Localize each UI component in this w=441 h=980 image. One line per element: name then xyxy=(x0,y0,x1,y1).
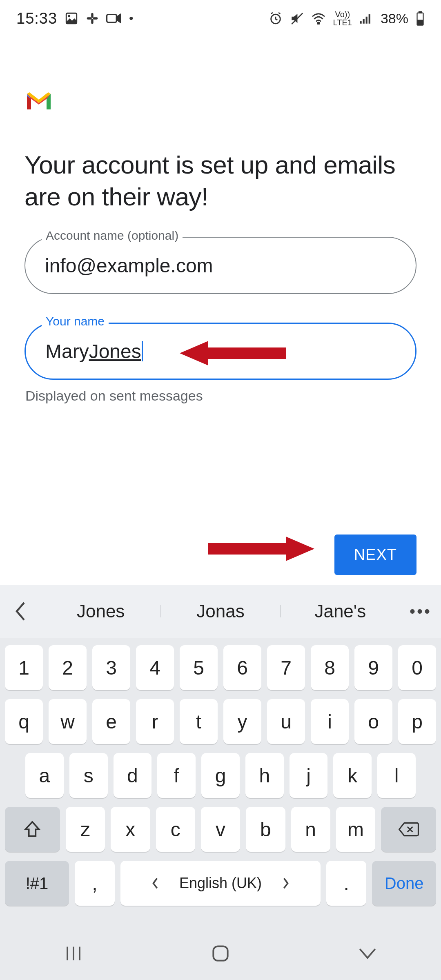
key-0[interactable]: 0 xyxy=(398,645,436,690)
svg-rect-15 xyxy=(419,12,421,13)
svg-rect-11 xyxy=(363,19,364,23)
key-r[interactable]: r xyxy=(136,699,174,744)
android-nav-bar xyxy=(0,927,441,980)
setup-screen: Your account is set up and emails are on… xyxy=(0,37,441,575)
svg-rect-2 xyxy=(91,13,93,18)
key-y[interactable]: y xyxy=(223,699,261,744)
key-m[interactable]: m xyxy=(336,807,375,852)
key-q[interactable]: q xyxy=(5,699,43,744)
suggestion-more-button[interactable]: ••• xyxy=(400,602,441,621)
key-w[interactable]: w xyxy=(49,699,87,744)
svg-rect-13 xyxy=(369,14,370,24)
suggestion-3[interactable]: Jane's xyxy=(281,601,400,621)
key-row-bottom: !#1 , English (UK) . Done xyxy=(5,861,436,906)
key-space[interactable]: English (UK) xyxy=(120,861,321,906)
key-shift[interactable] xyxy=(5,807,60,852)
key-k[interactable]: k xyxy=(333,753,372,798)
annotation-arrow-icon xyxy=(180,339,286,369)
text-cursor xyxy=(142,341,143,361)
key-l[interactable]: l xyxy=(377,753,416,798)
svg-rect-12 xyxy=(366,17,368,24)
key-u[interactable]: u xyxy=(267,699,305,744)
key-g[interactable]: g xyxy=(201,753,240,798)
key-o[interactable]: o xyxy=(354,699,392,744)
key-h[interactable]: h xyxy=(245,753,284,798)
key-a[interactable]: a xyxy=(25,753,64,798)
account-name-field-wrap: Account name (optional) xyxy=(24,237,416,294)
camera-icon xyxy=(106,12,122,24)
network-label: Vo)) LTE1 xyxy=(333,10,352,27)
clock: 15:33 xyxy=(16,10,57,27)
svg-rect-6 xyxy=(107,15,117,22)
svg-rect-16 xyxy=(418,20,423,25)
suggestion-2[interactable]: Jonas xyxy=(160,601,280,621)
mute-icon xyxy=(290,11,304,25)
key-n[interactable]: n xyxy=(291,807,330,852)
key-d[interactable]: d xyxy=(114,753,152,798)
key-4[interactable]: 4 xyxy=(136,645,174,690)
key-8[interactable]: 8 xyxy=(311,645,349,690)
nav-back-button[interactable] xyxy=(351,943,384,964)
dot-icon: • xyxy=(129,11,134,25)
key-symbols[interactable]: !#1 xyxy=(5,861,69,906)
svg-point-9 xyxy=(317,22,319,24)
key-c[interactable]: c xyxy=(156,807,195,852)
key-row-asdf: a s d f g h j k l xyxy=(5,753,436,798)
your-name-helper: Displayed on sent messages xyxy=(24,388,416,404)
suggestion-back-button[interactable] xyxy=(0,601,41,621)
slack-icon xyxy=(86,12,99,25)
svg-rect-4 xyxy=(87,17,92,19)
key-5[interactable]: 5 xyxy=(180,645,218,690)
account-name-input[interactable] xyxy=(24,237,416,294)
image-icon xyxy=(65,11,78,25)
key-6[interactable]: 6 xyxy=(223,645,261,690)
key-3[interactable]: 3 xyxy=(92,645,130,690)
gmail-logo-icon xyxy=(24,90,53,112)
battery-percent: 38% xyxy=(381,11,408,27)
key-2[interactable]: 2 xyxy=(49,645,87,690)
nav-home-button[interactable] xyxy=(204,943,237,964)
svg-rect-10 xyxy=(360,21,361,24)
suggestion-1[interactable]: Jones xyxy=(41,601,160,621)
key-x[interactable]: x xyxy=(111,807,150,852)
svg-point-1 xyxy=(68,15,71,18)
page-title: Your account is set up and emails are on… xyxy=(24,149,416,212)
alarm-icon xyxy=(269,11,283,25)
status-bar: 15:33 • Vo)) LTE1 38% xyxy=(0,0,441,37)
signal-icon xyxy=(359,12,373,24)
account-name-label: Account name (optional) xyxy=(42,229,183,243)
key-row-numbers: 1 2 3 4 5 6 7 8 9 0 xyxy=(5,645,436,690)
key-e[interactable]: e xyxy=(92,699,130,744)
annotation-arrow-icon xyxy=(208,535,314,565)
key-z[interactable]: z xyxy=(66,807,105,852)
your-name-field-wrap: Your name Mary Jones xyxy=(24,323,416,380)
key-row-qwerty: q w e r t y u i o p xyxy=(5,699,436,744)
wifi-icon xyxy=(311,12,326,24)
next-button[interactable]: NEXT xyxy=(334,535,416,575)
key-b[interactable]: b xyxy=(246,807,285,852)
key-t[interactable]: t xyxy=(180,699,218,744)
key-row-zxcv: z x c v b n m xyxy=(5,807,436,852)
key-j[interactable]: j xyxy=(290,753,328,798)
battery-icon xyxy=(416,11,425,26)
key-9[interactable]: 9 xyxy=(354,645,392,690)
key-i[interactable]: i xyxy=(311,699,349,744)
svg-rect-3 xyxy=(91,19,93,24)
svg-rect-20 xyxy=(213,946,227,960)
key-7[interactable]: 7 xyxy=(267,645,305,690)
key-p[interactable]: p xyxy=(398,699,436,744)
key-1[interactable]: 1 xyxy=(5,645,43,690)
soft-keyboard: Jones Jonas Jane's ••• 1 2 3 4 5 6 7 8 9… xyxy=(0,585,441,980)
key-period[interactable]: . xyxy=(326,861,366,906)
key-done[interactable]: Done xyxy=(372,861,436,906)
nav-recents-button[interactable] xyxy=(57,943,90,964)
suggestion-bar: Jones Jonas Jane's ••• xyxy=(0,585,441,638)
key-backspace[interactable] xyxy=(381,807,436,852)
key-v[interactable]: v xyxy=(201,807,240,852)
key-f[interactable]: f xyxy=(157,753,196,798)
svg-rect-5 xyxy=(93,17,98,19)
your-name-label: Your name xyxy=(42,314,109,328)
key-comma[interactable]: , xyxy=(75,861,115,906)
key-s[interactable]: s xyxy=(69,753,108,798)
